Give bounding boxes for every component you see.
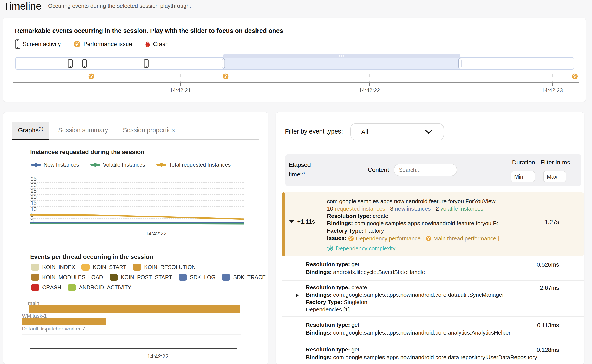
legend-swatch	[179, 274, 187, 281]
axis-tick-label: 14:42:22	[359, 87, 380, 93]
legend-swatch	[31, 284, 39, 291]
axis-tick	[370, 83, 370, 86]
event-type-dropdown[interactable]: All	[350, 123, 444, 140]
left-panel-tabs: Graphs(1) Session summary Session proper…	[12, 122, 259, 140]
legend-item: CRASH	[31, 284, 61, 291]
legend-item: KOIN_POST_START	[110, 274, 172, 281]
legend-swatch	[133, 264, 141, 271]
legend-marker	[31, 164, 41, 166]
x-axis-tick-label: 14:42:22	[145, 230, 166, 237]
thread-event-bar[interactable]	[22, 318, 106, 325]
thread-label: DefaultDispatcher-worker-7	[22, 326, 85, 332]
screen-activity-event-icon[interactable]	[82, 59, 87, 68]
legend-row: KOIN_MODULES_LOADKOIN_POST_STARTSDK_LOGS…	[31, 274, 266, 281]
event-row[interactable]: Resolution type: get Bindings: com.googl…	[282, 317, 584, 341]
axis-tick-label: 14:42:21	[170, 87, 191, 93]
timeline-time-axis: 14:42:2114:42:2214:42:23	[13, 82, 579, 95]
screen-activity-event-icon[interactable]	[68, 59, 73, 68]
header-divider	[323, 158, 324, 182]
screen-activity-event-icon[interactable]	[144, 59, 149, 68]
column-content: Content	[368, 166, 389, 173]
duration-max-input[interactable]	[543, 171, 566, 182]
factory-type-line: Factory Type: Factory	[327, 227, 584, 234]
row-duration: 0.113ms	[537, 321, 559, 329]
gauge-icon	[426, 235, 432, 241]
legend-item: New Instances	[31, 162, 79, 168]
row-duration: 0.526ms	[537, 261, 559, 269]
tick-guide	[370, 71, 370, 82]
timeline-event-strip	[13, 71, 579, 82]
instances-line-chart: 3530252015105014:42:22	[30, 178, 243, 228]
collapse-caret-icon[interactable]	[289, 220, 294, 223]
legend-item: ANDROID_ACTIVITY	[68, 284, 132, 291]
issue-dependency-performance[interactable]: Dependency performance	[348, 235, 421, 242]
x-axis-tick	[158, 348, 158, 351]
slider-selection[interactable]	[223, 58, 460, 69]
search-input[interactable]	[394, 164, 457, 176]
thread-event-bar[interactable]	[29, 305, 240, 313]
tab-session-properties[interactable]: Session properties	[117, 122, 181, 139]
row-duration: 2.67ms	[540, 284, 559, 292]
column-elapsed-time: Elapsed time(2)	[289, 161, 311, 179]
requested-instances-link[interactable]: requested instances	[335, 205, 385, 212]
event-row[interactable]: Resolution type: get Bindings: com.googl…	[282, 341, 584, 364]
row-class-title: com.google.samples.apps.nowinandroid.fea…	[327, 198, 584, 205]
table-header: Elapsed time(2) Content Duration - Filte…	[285, 154, 581, 186]
page-title: Timeline	[3, 0, 42, 12]
graphs-card: Graphs(1) Session summary Session proper…	[3, 112, 268, 364]
performance-issue-event-icon[interactable]	[88, 73, 95, 80]
timeline-slider-track[interactable]	[15, 57, 574, 70]
filter-label: Filter by event types:	[285, 128, 343, 135]
x-axis-tick	[156, 226, 156, 229]
flame-icon	[145, 40, 150, 48]
event-row[interactable]: Resolution type: get Bindings: androidx.…	[282, 256, 584, 281]
elapsed-cell[interactable]: +1.11s	[289, 218, 315, 225]
legend-item: KOIN_MODULES_LOAD	[31, 274, 103, 281]
event-row-expanded[interactable]: +1.11s com.google.samples.apps.nowinandr…	[282, 192, 584, 256]
dependencies-link[interactable]: Dependencies [1]	[306, 306, 584, 313]
tab-session-summary[interactable]: Session summary	[52, 122, 114, 139]
legend-item: SDK_TRACE	[222, 274, 266, 281]
new-instances-link[interactable]: new instances	[395, 205, 431, 212]
legend-item: KOIN_RESOLUTION	[133, 264, 196, 271]
instances-chart-title: Instances requested during the session	[30, 149, 144, 156]
slider-handle-end[interactable]	[458, 58, 461, 68]
row-duration: 0.128ms	[537, 346, 559, 354]
legend-swatch	[110, 274, 118, 281]
remarkable-events-title: Remarkable events occurring in the sessi…	[15, 27, 283, 34]
column-duration: Duration - Filter in ms	[506, 159, 576, 166]
legend-marker	[90, 164, 100, 166]
event-row[interactable]: Resolution type: create Bindings: com.go…	[282, 281, 584, 317]
slider-selection-grip[interactable]	[223, 54, 460, 58]
issue-main-thread-performance[interactable]: Main thread performance	[426, 235, 496, 242]
legend-label: Crash	[153, 41, 168, 48]
gauge-icon	[74, 40, 81, 48]
legend-swatch	[222, 274, 230, 281]
issue-dependency-complexity[interactable]: Dependency complexity	[327, 245, 584, 252]
events-table-card: Filter by event types: All Elapsed time(…	[276, 112, 585, 364]
performance-issue-event-icon[interactable]	[222, 73, 229, 80]
page-header: Timeline- Occuring events during the sel…	[3, 0, 191, 15]
legend-crash: Crash	[145, 40, 168, 48]
legend-row: KOIN_INDEXKOIN_STARTKOIN_RESOLUTION	[31, 264, 266, 271]
legend-item: Total requested Instances	[156, 162, 231, 168]
slider-handle-start[interactable]	[222, 58, 225, 68]
chevron-down-icon	[425, 130, 432, 134]
expand-caret-icon[interactable]	[296, 293, 299, 298]
tick-guide	[552, 71, 552, 82]
volatile-instances-link[interactable]: volatile instances	[440, 205, 483, 212]
performance-issue-event-icon[interactable]	[572, 73, 578, 80]
legend-label: Screen activity	[23, 41, 61, 48]
legend-marker	[156, 164, 166, 166]
instances-chart-legend: New InstancesVolatile InstancesTotal req…	[31, 162, 231, 168]
legend-item: KOIN_INDEX	[31, 264, 75, 271]
event-type-legend: Screen activity Performance issue Crash	[15, 39, 168, 49]
legend-swatch	[81, 264, 90, 271]
row-gridline	[22, 334, 241, 335]
duration-min-input[interactable]	[511, 171, 535, 182]
dropdown-value: All	[361, 128, 368, 136]
tab-graphs[interactable]: Graphs(1)	[12, 122, 49, 140]
threads-chart-legend: KOIN_INDEXKOIN_STARTKOIN_RESOLUTIONKOIN_…	[31, 264, 266, 291]
gauge-icon	[348, 235, 354, 241]
bindings-line: Bindings: com.google.samples.apps.nowina…	[327, 220, 498, 227]
